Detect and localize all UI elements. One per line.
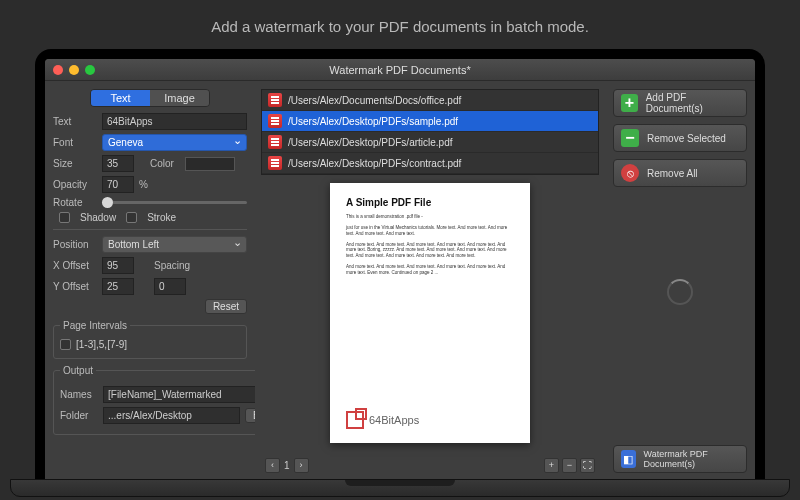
color-well[interactable]: [185, 157, 235, 171]
laptop-base: [10, 479, 790, 497]
prev-page-button[interactable]: ‹: [265, 458, 280, 473]
pager: ‹ 1 ›: [265, 458, 309, 473]
shadow-label: Shadow: [80, 212, 116, 223]
rotate-slider[interactable]: [102, 201, 247, 204]
zoom-out-button[interactable]: −: [562, 458, 577, 473]
traffic-lights: [53, 65, 95, 75]
folder-label: Folder: [60, 410, 98, 421]
size-input[interactable]: [102, 155, 134, 172]
size-label: Size: [53, 158, 97, 169]
preview-para: And more text. And more text. And more t…: [346, 242, 514, 260]
watermark-logo-icon: [346, 411, 364, 429]
font-label: Font: [53, 137, 97, 148]
browse-button[interactable]: Browse: [245, 408, 255, 423]
pdf-icon: [268, 135, 282, 149]
fullscreen-button[interactable]: ⛶: [580, 458, 595, 473]
watermark-type-segmented: Text Image: [90, 89, 210, 107]
xoffset-input[interactable]: [102, 257, 134, 274]
center-panel: /Users/Alex/Documents/Docs/office.pdf /U…: [255, 81, 605, 481]
file-row[interactable]: /Users/Alex/Documents/Docs/office.pdf: [262, 90, 598, 111]
file-row[interactable]: /Users/Alex/Desktop/PDFs/article.pdf: [262, 132, 598, 153]
next-page-button[interactable]: ›: [294, 458, 309, 473]
divider: [53, 229, 247, 230]
font-value: Geneva: [108, 137, 143, 148]
file-row[interactable]: /Users/Alex/Desktop/PDFs/sample.pdf: [262, 111, 598, 132]
watermark-label: Watermark PDF Document(s): [644, 449, 739, 469]
intervals-value: [1-3],5,[7-9]: [76, 339, 127, 350]
remove-all-button[interactable]: ⦸ Remove All: [613, 159, 747, 187]
tab-image[interactable]: Image: [150, 90, 209, 106]
file-path: /Users/Alex/Desktop/PDFs/sample.pdf: [288, 116, 458, 127]
zoom-controls: + − ⛶: [544, 458, 595, 473]
preview-title: A Simple PDF File: [346, 197, 514, 208]
watermark-icon: ◧: [621, 450, 636, 468]
pdf-page-preview: A Simple PDF File This is a small demons…: [330, 183, 530, 443]
pdf-icon: [268, 156, 282, 170]
font-select[interactable]: Geneva: [102, 134, 247, 151]
names-input[interactable]: [103, 386, 255, 403]
pdf-icon: [268, 93, 282, 107]
intervals-checkbox[interactable]: [60, 339, 71, 350]
output-legend: Output: [60, 365, 96, 376]
laptop-frame: Watermark PDF Documents* Text Image Text…: [35, 49, 765, 481]
text-label: Text: [53, 116, 97, 127]
text-input[interactable]: [102, 113, 247, 130]
page-intervals-legend: Page Intervals: [60, 320, 130, 331]
plus-icon: +: [621, 94, 638, 112]
preview-toolbar: ‹ 1 › + − ⛶: [261, 455, 599, 475]
position-select[interactable]: Bottom Left: [102, 236, 247, 253]
shadow-checkbox[interactable]: [59, 212, 70, 223]
stroke-checkbox[interactable]: [126, 212, 137, 223]
add-pdf-label: Add PDF Document(s): [646, 92, 739, 114]
zoom-icon[interactable]: [85, 65, 95, 75]
color-label: Color: [150, 158, 180, 169]
spinner-icon: [667, 279, 693, 305]
spacing-input[interactable]: [154, 278, 186, 295]
tagline: Add a watermark to your PDF documents in…: [0, 0, 800, 49]
app-body: Text Image Text Font Geneva Size Color: [45, 81, 755, 481]
preview-para: just for use in the Virtual Mechanics tu…: [346, 225, 514, 237]
file-row[interactable]: /Users/Alex/Desktop/PDFs/contract.pdf: [262, 153, 598, 174]
window-title: Watermark PDF Documents*: [45, 64, 755, 76]
close-icon[interactable]: [53, 65, 63, 75]
opacity-label: Opacity: [53, 179, 97, 190]
watermark-button[interactable]: ◧ Watermark PDF Document(s): [613, 445, 747, 473]
pdf-icon: [268, 114, 282, 128]
rotate-label: Rotate: [53, 197, 97, 208]
reset-button[interactable]: Reset: [205, 299, 247, 314]
file-path: /Users/Alex/Documents/Docs/office.pdf: [288, 95, 461, 106]
opacity-input[interactable]: [102, 176, 134, 193]
yoffset-label: Y Offset: [53, 281, 97, 292]
file-list: /Users/Alex/Documents/Docs/office.pdf /U…: [261, 89, 599, 175]
stroke-label: Stroke: [147, 212, 176, 223]
page-intervals-fieldset: Page Intervals [1-3],5,[7-9]: [53, 320, 247, 359]
preview-para: And more text. And more text. And more t…: [346, 264, 514, 276]
minus-icon: −: [621, 129, 639, 147]
names-label: Names: [60, 389, 98, 400]
page-number: 1: [284, 460, 290, 471]
watermark-text: 64BitApps: [369, 414, 419, 426]
preview-area: A Simple PDF File This is a small demons…: [261, 175, 599, 455]
titlebar: Watermark PDF Documents*: [45, 59, 755, 81]
tab-text[interactable]: Text: [91, 90, 150, 106]
yoffset-input[interactable]: [102, 278, 134, 295]
output-fieldset: Output Names Folder Browse: [53, 365, 255, 435]
folder-input[interactable]: [103, 407, 240, 424]
position-value: Bottom Left: [108, 239, 159, 250]
zoom-in-button[interactable]: +: [544, 458, 559, 473]
preview-sub: This is a small demonstration .pdf file …: [346, 214, 514, 220]
minimize-icon[interactable]: [69, 65, 79, 75]
add-pdf-button[interactable]: + Add PDF Document(s): [613, 89, 747, 117]
remove-all-label: Remove All: [647, 168, 698, 179]
spacing-label: Spacing: [154, 260, 194, 271]
remove-selected-label: Remove Selected: [647, 133, 726, 144]
remove-selected-button[interactable]: − Remove Selected: [613, 124, 747, 152]
screen: Watermark PDF Documents* Text Image Text…: [45, 59, 755, 481]
file-path: /Users/Alex/Desktop/PDFs/contract.pdf: [288, 158, 461, 169]
left-panel: Text Image Text Font Geneva Size Color: [45, 81, 255, 481]
position-label: Position: [53, 239, 97, 250]
xoffset-label: X Offset: [53, 260, 97, 271]
file-path: /Users/Alex/Desktop/PDFs/article.pdf: [288, 137, 453, 148]
no-entry-icon: ⦸: [621, 164, 639, 182]
opacity-unit: %: [139, 179, 148, 190]
